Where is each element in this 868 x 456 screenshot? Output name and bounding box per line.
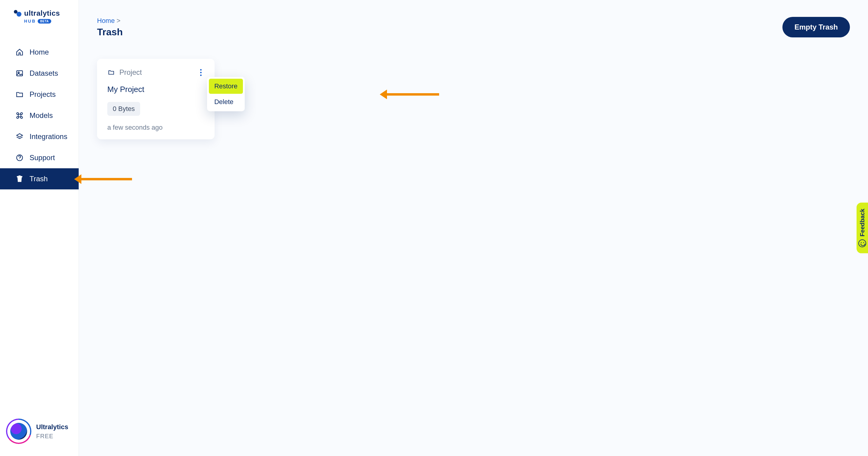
menu-item-delete[interactable]: Delete xyxy=(209,94,243,110)
sidebar-item-label: Home xyxy=(30,48,49,56)
svg-rect-11 xyxy=(19,175,21,176)
breadcrumb-separator: > xyxy=(117,17,121,25)
page-title: Trash xyxy=(97,27,123,38)
sidebar-item-home[interactable]: Home xyxy=(0,41,79,63)
feedback-tab[interactable]: Feedback xyxy=(857,203,868,253)
sidebar-item-models[interactable]: Models xyxy=(0,105,79,126)
folder-icon xyxy=(16,90,24,98)
sidebar: ultralytics HUB BETA Home xyxy=(0,0,79,456)
smile-icon xyxy=(858,239,866,247)
feedback-label: Feedback xyxy=(859,209,866,236)
sidebar-item-projects[interactable]: Projects xyxy=(0,84,79,105)
brand-wordmark: ultralytics xyxy=(24,9,60,18)
menu-item-restore[interactable]: Restore xyxy=(209,79,243,94)
sidebar-item-label: Projects xyxy=(30,90,56,98)
svg-point-9 xyxy=(19,159,20,160)
svg-point-1 xyxy=(17,12,22,17)
brand-sub: HUB xyxy=(24,19,36,24)
help-circle-icon xyxy=(16,154,24,162)
trash-icon xyxy=(16,175,24,183)
account-name: Ultralytics xyxy=(36,423,68,431)
svg-point-6 xyxy=(17,116,19,118)
image-icon xyxy=(16,69,24,77)
trash-item-card[interactable]: Project My Project 0 Bytes a few seconds… xyxy=(97,59,215,139)
main-content: Home > Trash Empty Trash Project xyxy=(79,0,868,456)
sidebar-item-label: Integrations xyxy=(30,133,67,141)
sidebar-item-support[interactable]: Support xyxy=(0,147,79,168)
annotation-arrow-restore xyxy=(386,93,439,95)
ultralytics-mark-icon xyxy=(13,9,22,18)
sidebar-footer[interactable]: Ultralytics FREE xyxy=(0,409,79,456)
card-size-badge: 0 Bytes xyxy=(107,102,140,116)
sidebar-item-label: Datasets xyxy=(30,69,58,78)
beta-badge: BETA xyxy=(38,19,51,24)
sidebar-nav: Home Datasets Projects xyxy=(0,41,79,190)
brand-logo[interactable]: ultralytics HUB BETA xyxy=(0,0,79,30)
folder-icon xyxy=(107,68,115,76)
sidebar-item-label: Trash xyxy=(30,175,48,183)
card-context-menu: Restore Delete xyxy=(207,77,245,111)
svg-rect-2 xyxy=(17,70,23,76)
account-tier: FREE xyxy=(36,433,68,440)
card-title: My Project xyxy=(107,85,204,94)
avatar xyxy=(6,419,31,444)
breadcrumb-home[interactable]: Home xyxy=(97,17,115,25)
home-icon xyxy=(16,48,24,56)
layers-icon xyxy=(16,133,24,141)
card-menu-button[interactable] xyxy=(197,68,204,77)
svg-point-4 xyxy=(17,113,19,115)
annotation-arrow-trash-nav xyxy=(81,178,132,180)
sidebar-item-label: Models xyxy=(30,111,53,120)
card-timestamp: a few seconds ago xyxy=(107,124,204,132)
svg-point-7 xyxy=(21,116,23,118)
svg-point-5 xyxy=(21,113,23,115)
breadcrumb: Home > xyxy=(97,17,123,25)
command-icon xyxy=(16,112,24,119)
sidebar-item-label: Support xyxy=(30,153,55,162)
card-type-label: Project xyxy=(119,68,142,77)
sidebar-item-trash[interactable]: Trash xyxy=(0,168,79,190)
sidebar-item-datasets[interactable]: Datasets xyxy=(0,63,79,84)
sidebar-item-integrations[interactable]: Integrations xyxy=(0,126,79,147)
more-vertical-icon xyxy=(200,69,202,76)
empty-trash-button[interactable]: Empty Trash xyxy=(782,17,850,37)
